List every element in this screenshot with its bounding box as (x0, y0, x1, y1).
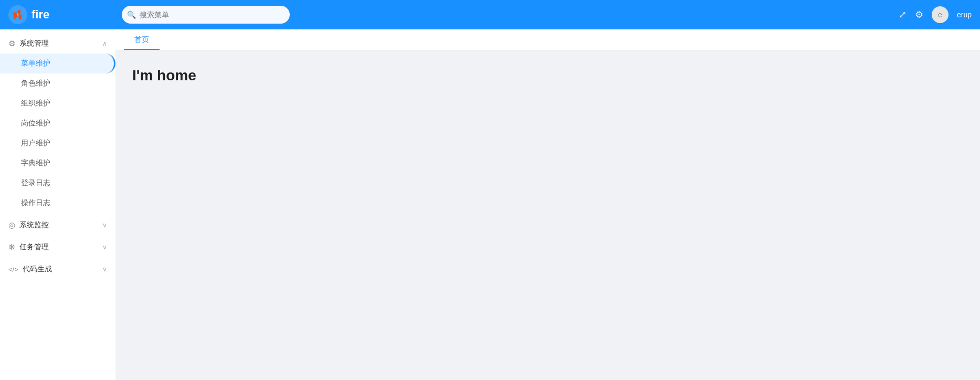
chevron-down-icon-monitor: ∨ (102, 221, 107, 229)
sidebar-item-user-maintenance[interactable]: 用户维护 (0, 133, 115, 153)
group-label-task-management: 任务管理 (19, 242, 49, 252)
header-right: ⤢ ⚙ e erup (899, 6, 972, 23)
sidebar-group-code-generation: </> 代码生成 ∨ (0, 259, 115, 279)
task-group-icon: ❋ (8, 242, 15, 252)
page-content: I'm home (115, 50, 980, 380)
settings-group-icon: ⚙ (8, 39, 15, 48)
sidebar-item-post-maintenance[interactable]: 岗位维护 (0, 113, 115, 133)
group-header-left-code: </> 代码生成 (8, 265, 52, 274)
group-header-left-task: ❋ 任务管理 (8, 242, 49, 252)
post-maintenance-label: 岗位维护 (21, 119, 50, 128)
sidebar-group-header-task-management[interactable]: ❋ 任务管理 ∨ (0, 237, 115, 257)
group-label-system-monitor: 系统监控 (19, 220, 49, 230)
monitor-group-icon: ◎ (8, 220, 15, 230)
search-icon: 🔍 (127, 10, 136, 19)
user-maintenance-label: 用户维护 (21, 139, 50, 148)
sidebar-group-task-management: ❋ 任务管理 ∨ (0, 237, 115, 257)
login-log-label: 登录日志 (21, 178, 50, 188)
sidebar-group-system-management: ⚙ 系统管理 ∧ 菜单维护 角色维护 组织维护 岗位维护 (0, 34, 115, 213)
sidebar-group-header-system-monitor[interactable]: ◎ 系统监控 ∨ (0, 215, 115, 235)
app-header: fire 🔍 ⤢ ⚙ e erup (0, 0, 980, 29)
sidebar-item-dict-maintenance[interactable]: 字典维护 (0, 153, 115, 173)
code-group-icon: </> (8, 266, 18, 273)
chevron-down-icon-task: ∨ (102, 244, 107, 251)
logo-area: fire (8, 5, 113, 24)
username-label[interactable]: erup (957, 10, 972, 19)
dict-maintenance-label: 字典维护 (21, 159, 50, 168)
system-management-items: 菜单维护 角色维护 组织维护 岗位维护 用户维护 字典维护 登录 (0, 54, 115, 213)
sidebar-item-menu-maintenance[interactable]: 菜单维护 (0, 54, 115, 73)
group-header-left: ⚙ 系统管理 (8, 39, 49, 48)
group-label-code-generation: 代码生成 (23, 265, 52, 274)
avatar-text: e (938, 10, 942, 19)
expand-icon[interactable]: ⤢ (899, 9, 907, 20)
sidebar-item-operation-log[interactable]: 操作日志 (0, 193, 115, 213)
menu-maintenance-label: 菜单维护 (21, 59, 50, 68)
tab-home-label: 首页 (134, 35, 149, 44)
avatar[interactable]: e (932, 6, 949, 23)
operation-log-label: 操作日志 (21, 198, 50, 208)
tab-home[interactable]: 首页 (124, 31, 160, 50)
sidebar-item-role-maintenance[interactable]: 角色维护 (0, 73, 115, 93)
chevron-down-icon-code: ∨ (102, 266, 107, 273)
content-area: 首页 I'm home (115, 29, 980, 380)
settings-icon[interactable]: ⚙ (915, 9, 923, 20)
sidebar-group-header-code-generation[interactable]: </> 代码生成 ∨ (0, 259, 115, 279)
fire-logo-icon (8, 5, 27, 24)
role-maintenance-label: 角色维护 (21, 79, 50, 88)
group-header-left-monitor: ◎ 系统监控 (8, 220, 49, 230)
app-title: fire (31, 8, 49, 22)
sidebar-group-system-monitor: ◎ 系统监控 ∨ (0, 215, 115, 235)
main-layout: ⚙ 系统管理 ∧ 菜单维护 角色维护 组织维护 岗位维护 (0, 29, 980, 380)
tab-bar: 首页 (115, 29, 980, 50)
sidebar-item-org-maintenance[interactable]: 组织维护 (0, 93, 115, 113)
sidebar-group-header-system-management[interactable]: ⚙ 系统管理 ∧ (0, 34, 115, 54)
sidebar: ⚙ 系统管理 ∧ 菜单维护 角色维护 组织维护 岗位维护 (0, 29, 115, 380)
sidebar-item-login-log[interactable]: 登录日志 (0, 173, 115, 193)
group-label-system-management: 系统管理 (19, 39, 49, 48)
page-title: I'm home (132, 67, 963, 84)
search-input[interactable] (122, 6, 290, 24)
chevron-up-icon: ∧ (102, 40, 107, 47)
search-box: 🔍 (122, 6, 290, 24)
org-maintenance-label: 组织维护 (21, 99, 50, 108)
